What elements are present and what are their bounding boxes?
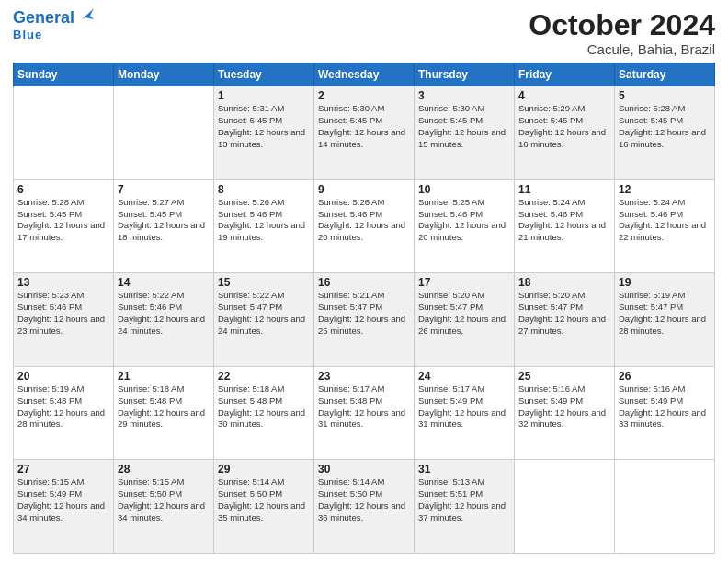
table-row: 24Sunrise: 5:17 AMSunset: 5:49 PMDayligh…: [415, 366, 515, 460]
day-number: 10: [418, 183, 510, 196]
logo: General Blue: [13, 9, 94, 41]
day-info: Sunrise: 5:23 AMSunset: 5:46 PMDaylight:…: [17, 290, 109, 337]
table-row: 18Sunrise: 5:20 AMSunset: 5:47 PMDayligh…: [515, 273, 615, 367]
table-row: 9Sunrise: 5:26 AMSunset: 5:46 PMDaylight…: [314, 179, 415, 273]
table-row: 13Sunrise: 5:23 AMSunset: 5:46 PMDayligh…: [14, 273, 114, 367]
calendar-week-row: 6Sunrise: 5:28 AMSunset: 5:45 PMDaylight…: [14, 179, 715, 273]
table-row: 12Sunrise: 5:24 AMSunset: 5:46 PMDayligh…: [615, 179, 715, 273]
table-row: 22Sunrise: 5:18 AMSunset: 5:48 PMDayligh…: [214, 366, 314, 460]
day-info: Sunrise: 5:18 AMSunset: 5:48 PMDaylight:…: [118, 384, 210, 431]
calendar-week-row: 27Sunrise: 5:15 AMSunset: 5:49 PMDayligh…: [14, 460, 715, 554]
day-info: Sunrise: 5:17 AMSunset: 5:48 PMDaylight:…: [318, 384, 410, 431]
table-row: 17Sunrise: 5:20 AMSunset: 5:47 PMDayligh…: [415, 273, 515, 367]
calendar-week-row: 13Sunrise: 5:23 AMSunset: 5:46 PMDayligh…: [14, 273, 715, 367]
day-number: 16: [318, 276, 410, 289]
table-row: 1Sunrise: 5:31 AMSunset: 5:45 PMDaylight…: [214, 86, 314, 180]
table-row: [615, 460, 715, 554]
page-container: General Blue October 2024 Cacule, Bahia,…: [0, 0, 728, 563]
day-info: Sunrise: 5:22 AMSunset: 5:46 PMDaylight:…: [118, 290, 210, 337]
table-row: 5Sunrise: 5:28 AMSunset: 5:45 PMDaylight…: [615, 86, 715, 180]
table-row: 7Sunrise: 5:27 AMSunset: 5:45 PMDaylight…: [114, 179, 214, 273]
day-info: Sunrise: 5:14 AMSunset: 5:50 PMDaylight:…: [318, 477, 410, 523]
calendar-table: Sunday Monday Tuesday Wednesday Thursday…: [13, 63, 715, 554]
table-row: 6Sunrise: 5:28 AMSunset: 5:45 PMDaylight…: [14, 179, 114, 273]
header: General Blue October 2024 Cacule, Bahia,…: [13, 9, 715, 57]
day-number: 18: [518, 276, 610, 289]
table-row: 8Sunrise: 5:26 AMSunset: 5:46 PMDaylight…: [214, 179, 314, 273]
table-row: 16Sunrise: 5:21 AMSunset: 5:47 PMDayligh…: [314, 273, 415, 367]
table-row: 31Sunrise: 5:13 AMSunset: 5:51 PMDayligh…: [415, 460, 515, 554]
table-row: 19Sunrise: 5:19 AMSunset: 5:47 PMDayligh…: [615, 273, 715, 367]
day-number: 26: [619, 370, 711, 383]
day-number: 20: [17, 370, 109, 383]
month-title: October 2024: [529, 9, 715, 41]
day-number: 17: [418, 276, 510, 289]
day-info: Sunrise: 5:20 AMSunset: 5:47 PMDaylight:…: [518, 290, 610, 337]
day-number: 30: [318, 463, 410, 476]
table-row: 28Sunrise: 5:15 AMSunset: 5:50 PMDayligh…: [114, 460, 214, 554]
day-number: 7: [118, 183, 210, 196]
day-number: 31: [418, 463, 510, 476]
svg-marker-0: [82, 8, 94, 19]
day-number: 14: [118, 276, 210, 289]
col-friday: Friday: [515, 63, 615, 86]
day-number: 22: [218, 370, 310, 383]
table-row: 3Sunrise: 5:30 AMSunset: 5:45 PMDaylight…: [415, 86, 515, 180]
day-info: Sunrise: 5:14 AMSunset: 5:50 PMDaylight:…: [218, 477, 310, 523]
table-row: 2Sunrise: 5:30 AMSunset: 5:45 PMDaylight…: [314, 86, 415, 180]
calendar-header-row: Sunday Monday Tuesday Wednesday Thursday…: [14, 63, 715, 86]
day-info: Sunrise: 5:21 AMSunset: 5:47 PMDaylight:…: [318, 290, 410, 337]
day-number: 28: [118, 463, 210, 476]
day-info: Sunrise: 5:16 AMSunset: 5:49 PMDaylight:…: [518, 384, 610, 431]
table-row: 25Sunrise: 5:16 AMSunset: 5:49 PMDayligh…: [515, 366, 615, 460]
day-number: 11: [518, 183, 610, 196]
table-row: 14Sunrise: 5:22 AMSunset: 5:46 PMDayligh…: [114, 273, 214, 367]
table-row: 27Sunrise: 5:15 AMSunset: 5:49 PMDayligh…: [14, 460, 114, 554]
day-number: 3: [418, 89, 510, 102]
table-row: [515, 460, 615, 554]
day-number: 6: [17, 183, 109, 196]
day-info: Sunrise: 5:15 AMSunset: 5:50 PMDaylight:…: [118, 477, 210, 523]
col-thursday: Thursday: [415, 63, 515, 86]
day-info: Sunrise: 5:24 AMSunset: 5:46 PMDaylight:…: [518, 197, 610, 244]
table-row: 4Sunrise: 5:29 AMSunset: 5:45 PMDaylight…: [515, 86, 615, 180]
col-saturday: Saturday: [615, 63, 715, 86]
day-info: Sunrise: 5:26 AMSunset: 5:46 PMDaylight:…: [318, 197, 410, 244]
col-monday: Monday: [114, 63, 214, 86]
day-info: Sunrise: 5:30 AMSunset: 5:45 PMDaylight:…: [318, 103, 410, 150]
table-row: 30Sunrise: 5:14 AMSunset: 5:50 PMDayligh…: [314, 460, 415, 554]
day-number: 23: [318, 370, 410, 383]
location-title: Cacule, Bahia, Brazil: [529, 41, 715, 57]
day-info: Sunrise: 5:22 AMSunset: 5:47 PMDaylight:…: [218, 290, 310, 337]
day-number: 5: [619, 89, 711, 102]
logo-general: General: [13, 9, 74, 28]
logo-bird-icon: [77, 6, 94, 23]
day-number: 25: [518, 370, 610, 383]
day-info: Sunrise: 5:27 AMSunset: 5:45 PMDaylight:…: [118, 197, 210, 244]
day-number: 24: [418, 370, 510, 383]
table-row: 26Sunrise: 5:16 AMSunset: 5:49 PMDayligh…: [615, 366, 715, 460]
day-number: 4: [518, 89, 610, 102]
table-row: 10Sunrise: 5:25 AMSunset: 5:46 PMDayligh…: [415, 179, 515, 273]
day-info: Sunrise: 5:30 AMSunset: 5:45 PMDaylight:…: [418, 103, 510, 150]
table-row: [14, 86, 114, 180]
col-tuesday: Tuesday: [214, 63, 314, 86]
day-number: 12: [619, 183, 711, 196]
day-number: 15: [218, 276, 310, 289]
table-row: 15Sunrise: 5:22 AMSunset: 5:47 PMDayligh…: [214, 273, 314, 367]
day-number: 29: [218, 463, 310, 476]
table-row: 23Sunrise: 5:17 AMSunset: 5:48 PMDayligh…: [314, 366, 415, 460]
col-sunday: Sunday: [14, 63, 114, 86]
day-info: Sunrise: 5:13 AMSunset: 5:51 PMDaylight:…: [418, 477, 510, 523]
day-info: Sunrise: 5:19 AMSunset: 5:48 PMDaylight:…: [17, 384, 109, 431]
day-info: Sunrise: 5:20 AMSunset: 5:47 PMDaylight:…: [418, 290, 510, 337]
day-info: Sunrise: 5:16 AMSunset: 5:49 PMDaylight:…: [619, 384, 711, 431]
day-info: Sunrise: 5:29 AMSunset: 5:45 PMDaylight:…: [518, 103, 610, 150]
day-info: Sunrise: 5:17 AMSunset: 5:49 PMDaylight:…: [418, 384, 510, 431]
day-info: Sunrise: 5:15 AMSunset: 5:49 PMDaylight:…: [17, 477, 109, 523]
table-row: 29Sunrise: 5:14 AMSunset: 5:50 PMDayligh…: [214, 460, 314, 554]
day-number: 21: [118, 370, 210, 383]
day-number: 9: [318, 183, 410, 196]
day-info: Sunrise: 5:28 AMSunset: 5:45 PMDaylight:…: [17, 197, 109, 244]
calendar-week-row: 1Sunrise: 5:31 AMSunset: 5:45 PMDaylight…: [14, 86, 715, 180]
